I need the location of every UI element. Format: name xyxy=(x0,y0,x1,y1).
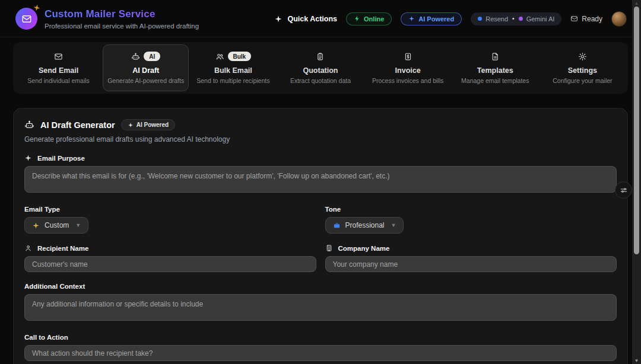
tab-label: Quotation xyxy=(280,66,360,75)
tab-description: Configure your mailer xyxy=(542,77,623,84)
app-logo xyxy=(15,8,37,30)
additional-context-label: Additional Context xyxy=(24,283,617,290)
tab-label: Invoice xyxy=(368,66,448,75)
ai-powered-badge: AI Powered xyxy=(401,12,462,25)
tone-label: Tone xyxy=(325,206,617,213)
gear-icon xyxy=(578,52,587,61)
company-name-input[interactable] xyxy=(325,256,617,272)
building-icon xyxy=(325,244,333,252)
additional-context-input[interactable] xyxy=(24,294,617,321)
sparkle-icon xyxy=(32,3,42,13)
tab-settings[interactable]: SettingsConfigure your mailer xyxy=(540,44,626,91)
envelope-icon xyxy=(54,52,63,61)
sparkle-icon xyxy=(408,15,415,22)
recipient-name-input[interactable] xyxy=(24,256,316,272)
file-icon xyxy=(491,52,500,61)
tune-icon xyxy=(620,186,628,194)
tab-label: Templates xyxy=(455,66,535,75)
call-to-action-label: Call to Action xyxy=(24,334,617,341)
tab-label: Settings xyxy=(542,66,623,75)
tab-invoice[interactable]: InvoiceProcess invoices and bills xyxy=(365,44,451,91)
tab-description: Send individual emails xyxy=(18,77,99,84)
scroll-down-arrow-icon[interactable]: ▼ xyxy=(632,358,641,363)
email-type-label: Email Type xyxy=(24,206,316,213)
person-icon xyxy=(24,244,32,252)
tab-description: Send to multiple recipients xyxy=(193,77,273,84)
tab-description: Process invoices and bills xyxy=(368,77,448,84)
email-purpose-input[interactable] xyxy=(24,166,617,193)
tab-badge: AI xyxy=(144,52,160,61)
providers-badge: Resend • Gemini AI xyxy=(471,12,561,25)
chevron-down-icon: ▼ xyxy=(391,222,396,228)
envelope-icon xyxy=(21,14,32,24)
sparkle-icon xyxy=(128,122,134,128)
tab-templates[interactable]: TemplatesManage email templates xyxy=(452,44,538,91)
user-avatar[interactable] xyxy=(611,11,627,27)
tone-select[interactable]: Professional ▼ xyxy=(325,217,404,234)
recipient-name-label: Recipient Name xyxy=(24,244,316,252)
tab-label: Bulk Email xyxy=(193,66,273,75)
gemini-dot-icon xyxy=(519,17,523,21)
panel-toggle-button[interactable] xyxy=(615,181,632,199)
sparkle-icon xyxy=(24,154,32,162)
robot-icon xyxy=(24,120,34,130)
tab-ai-draft[interactable]: AIAI DraftGenerate AI-powered drafts xyxy=(103,44,189,91)
clipboard-icon xyxy=(316,52,325,61)
online-status-badge: Online xyxy=(346,12,392,25)
ready-status: Ready xyxy=(570,15,602,23)
app-title: Custom Mailer Service xyxy=(45,8,199,20)
scrollbar[interactable]: ▲ ▼ xyxy=(632,0,641,364)
invoice-icon xyxy=(404,52,412,61)
call-to-action-input[interactable] xyxy=(24,345,617,361)
nav-tabs: Send EmailSend individual emailsAIAI Dra… xyxy=(13,42,628,94)
users-icon xyxy=(215,52,224,61)
tab-description: Manage email templates xyxy=(455,77,535,84)
app-subtitle: Professional email service with AI-power… xyxy=(45,23,199,30)
zap-icon xyxy=(354,15,360,22)
chevron-down-icon: ▼ xyxy=(75,222,81,228)
panel-title: AI Draft Generator xyxy=(40,120,115,130)
tab-label: Send Email xyxy=(18,66,99,75)
ai-draft-panel: AI Draft Generator AI Powered Generate p… xyxy=(13,108,628,364)
sparkles-icon xyxy=(32,222,40,229)
scrollbar-thumb[interactable] xyxy=(634,7,639,254)
tab-label: AI Draft xyxy=(106,66,186,75)
tab-badge: Bulk xyxy=(228,52,252,61)
sparkle-icon xyxy=(274,15,283,23)
briefcase-icon xyxy=(333,222,341,229)
email-type-select[interactable]: Custom ▼ xyxy=(24,217,88,234)
envelope-icon xyxy=(570,15,578,23)
tab-bulk-email[interactable]: BulkBulk EmailSend to multiple recipient… xyxy=(190,44,276,91)
company-name-label: Company Name xyxy=(325,244,617,252)
resend-dot-icon xyxy=(478,17,482,21)
tab-quotation[interactable]: QuotationExtract quotation data xyxy=(277,44,363,91)
quick-actions-button[interactable]: Quick Actions xyxy=(274,15,337,23)
tab-description: Extract quotation data xyxy=(280,77,360,84)
header-actions: Quick Actions Online AI Powered Resend •… xyxy=(274,11,627,27)
scroll-up-arrow-icon[interactable]: ▲ xyxy=(632,1,641,6)
email-purpose-label: Email Purpose xyxy=(24,154,617,162)
brand: Custom Mailer Service Professional email… xyxy=(15,8,199,30)
panel-ai-badge: AI Powered xyxy=(121,119,175,130)
app-header: Custom Mailer Service Professional email… xyxy=(0,0,641,37)
panel-subtitle: Generate professional email drafts using… xyxy=(24,135,617,143)
robot-icon xyxy=(131,52,140,61)
tab-send-email[interactable]: Send EmailSend individual emails xyxy=(15,44,101,91)
tab-description: Generate AI-powered drafts xyxy=(106,77,186,84)
